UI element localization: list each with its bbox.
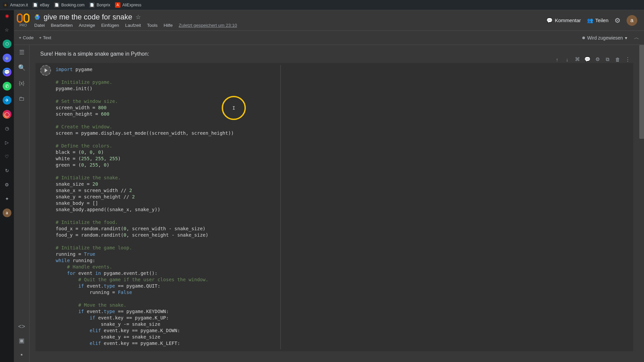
colab-logo[interactable]: PRO bbox=[17, 13, 30, 27]
people-icon: 👥 bbox=[587, 17, 593, 23]
bookmark-amazon[interactable]: aAmazon.it bbox=[3, 2, 28, 8]
move-up-icon[interactable]: ↑ bbox=[553, 55, 561, 64]
collapse-header-icon[interactable]: ︿ bbox=[634, 34, 639, 41]
colab-left-rail: ☰ 🔍 {x} 🗀 <> ▣ ▪ bbox=[14, 45, 30, 362]
run-cell-button[interactable] bbox=[40, 65, 51, 76]
plus-icon: + bbox=[19, 35, 21, 40]
link-icon[interactable]: ⌘ bbox=[573, 55, 582, 64]
opera-clock-icon[interactable]: ◷ bbox=[3, 124, 11, 133]
bookmark-aliexpress[interactable]: AAliExpress bbox=[115, 2, 142, 8]
notebook-area[interactable]: Sure! Here is a simple snake game in Pyt… bbox=[30, 45, 639, 362]
file-icon: 📄 bbox=[33, 2, 38, 8]
cell-settings-icon[interactable]: ⚙ bbox=[593, 55, 602, 64]
command-palette-icon[interactable]: ▣ bbox=[18, 337, 26, 345]
variables-icon[interactable]: {x} bbox=[18, 79, 26, 87]
file-icon: 📄 bbox=[89, 2, 95, 8]
main-menu: Datei Bearbeiten Anzeige Einfügen Laufze… bbox=[34, 23, 546, 28]
opera-messenger-icon[interactable]: 💬 bbox=[3, 68, 11, 76]
drive-icon bbox=[34, 14, 40, 20]
colab-toolbar: +Code +Text Wird zugewiesen▾ ︿ bbox=[14, 31, 644, 45]
code-snippets-icon[interactable]: <> bbox=[18, 322, 26, 330]
more-icon[interactable]: ⋮ bbox=[623, 55, 632, 64]
opera-history-icon[interactable]: ↻ bbox=[3, 166, 11, 175]
opera-chatgpt-icon[interactable]: ⬡ bbox=[3, 40, 11, 48]
bookmark-icon: A bbox=[115, 2, 120, 8]
vertical-scrollbar[interactable] bbox=[639, 45, 644, 362]
menu-runtime[interactable]: Laufzeit bbox=[125, 23, 141, 28]
cell-comment-icon[interactable]: 💬 bbox=[583, 55, 592, 64]
scrollbar-thumb[interactable] bbox=[639, 45, 644, 139]
files-icon[interactable]: 🗀 bbox=[18, 95, 26, 103]
star-icon[interactable]: ☆ bbox=[136, 13, 141, 21]
share-button[interactable]: 👥Teilen bbox=[587, 17, 608, 23]
colab-header: PRO give me the code for snake ☆ Datei B… bbox=[14, 10, 644, 31]
opera-app-icon[interactable]: ◆ bbox=[3, 54, 11, 62]
user-avatar[interactable]: a bbox=[627, 15, 637, 26]
code-cell[interactable]: ↑ ↓ ⌘ 💬 ⚙ ⧉ 🗑 ⋮ import pygame # Initiali… bbox=[36, 63, 633, 351]
terminal-icon[interactable]: ▪ bbox=[18, 351, 26, 359]
opera-instagram-icon[interactable]: ◯ bbox=[3, 110, 11, 119]
pro-badge: PRO bbox=[17, 23, 30, 27]
add-text-button[interactable]: +Text bbox=[39, 35, 51, 40]
browser-bookmark-bar: aAmazon.it 📄eBay 📄Booking.com 📄Bonprix A… bbox=[0, 0, 644, 10]
opera-whatsapp-icon[interactable]: ✆ bbox=[3, 82, 11, 90]
opera-avatar-icon[interactable]: a bbox=[3, 208, 11, 217]
text-cell[interactable]: Sure! Here is a simple snake game in Pyt… bbox=[36, 51, 633, 57]
settings-gear-icon[interactable]: ⚙ bbox=[614, 16, 621, 24]
opera-sparkle-icon[interactable]: ✦ bbox=[3, 194, 11, 203]
menu-edit[interactable]: Bearbeiten bbox=[51, 23, 73, 28]
delete-icon[interactable]: 🗑 bbox=[613, 55, 622, 64]
search-icon[interactable]: 🔍 bbox=[18, 64, 26, 72]
menu-file[interactable]: Datei bbox=[34, 23, 45, 28]
connect-status[interactable]: Wird zugewiesen▾ bbox=[579, 34, 631, 42]
menu-tools[interactable]: Tools bbox=[147, 23, 158, 28]
bookmark-booking[interactable]: 📄Booking.com bbox=[54, 2, 85, 8]
cell-toolbar: ↑ ↓ ⌘ 💬 ⚙ ⧉ 🗑 ⋮ bbox=[553, 55, 632, 64]
autosave-status[interactable]: Zuletzt gespeichert um 23:10 bbox=[179, 23, 237, 28]
colab-app: PRO give me the code for snake ☆ Datei B… bbox=[14, 10, 644, 362]
opera-gear-icon[interactable]: ⚙ bbox=[3, 180, 11, 189]
opera-heart-icon[interactable]: ♡ bbox=[3, 152, 11, 161]
add-code-button[interactable]: +Code bbox=[19, 35, 34, 40]
comment-icon: 💬 bbox=[546, 17, 553, 23]
move-down-icon[interactable]: ↓ bbox=[563, 55, 572, 64]
document-title[interactable]: give me the code for snake bbox=[44, 13, 132, 21]
plus-icon: + bbox=[39, 35, 42, 40]
menu-insert[interactable]: Einfügen bbox=[101, 23, 119, 28]
mirror-icon[interactable]: ⧉ bbox=[603, 55, 612, 64]
menu-help[interactable]: Hilfe bbox=[164, 23, 173, 28]
opera-telegram-icon[interactable]: ✈ bbox=[3, 96, 11, 105]
file-icon: 📄 bbox=[54, 2, 59, 8]
opera-play-icon[interactable]: ▷ bbox=[3, 138, 11, 147]
opera-star-icon[interactable]: ☆ bbox=[3, 25, 11, 34]
opera-sidebar: ◉ ☆ ⬡ ◆ 💬 ✆ ✈ ◯ ◷ ▷ ♡ ↻ ⚙ ✦ a bbox=[0, 10, 14, 362]
bookmark-icon: a bbox=[3, 2, 8, 8]
menu-view[interactable]: Anzeige bbox=[79, 23, 95, 28]
bookmark-bonprix[interactable]: 📄Bonprix bbox=[89, 2, 110, 8]
code-editor[interactable]: import pygame # Initialize pygame. pygam… bbox=[56, 65, 633, 349]
opera-home-icon[interactable]: ◉ bbox=[3, 11, 11, 20]
bookmark-ebay[interactable]: 📄eBay bbox=[33, 2, 49, 8]
toc-icon[interactable]: ☰ bbox=[18, 48, 26, 56]
comment-button[interactable]: 💬Kommentar bbox=[546, 17, 581, 23]
chevron-down-icon: ▾ bbox=[625, 35, 627, 41]
